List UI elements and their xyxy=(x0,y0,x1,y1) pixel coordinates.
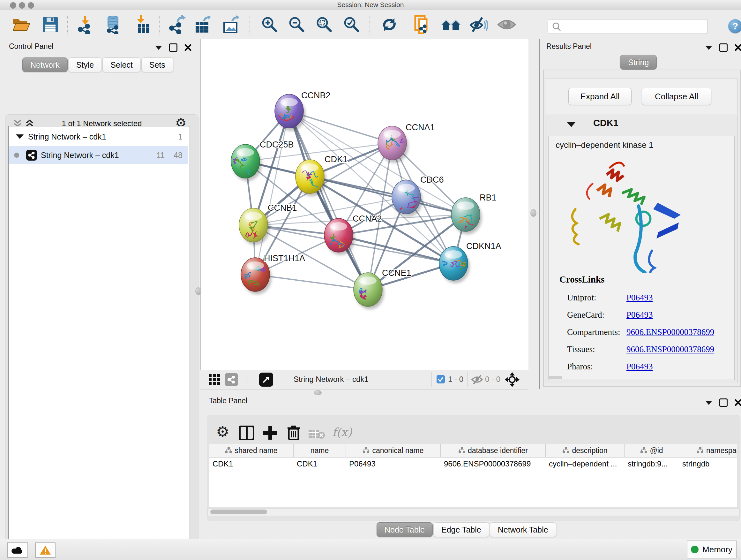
create-column-plus-icon[interactable] xyxy=(263,426,277,440)
control-panel-float-icon[interactable] xyxy=(169,44,178,52)
memory-button[interactable]: Memory xyxy=(687,541,737,558)
crosslink-link[interactable]: 9606.ENSP00000378699 xyxy=(626,345,714,354)
search-box[interactable] xyxy=(548,19,708,34)
network-overview-share-icon[interactable] xyxy=(225,373,238,386)
crosslink-link[interactable]: P06493 xyxy=(626,310,653,320)
import-network-database-icon[interactable] xyxy=(103,14,124,35)
right-splitter-grip[interactable] xyxy=(530,209,536,217)
edge-ccne1-hist1h1a[interactable] xyxy=(255,274,368,290)
tab-string[interactable]: String xyxy=(620,55,657,70)
zoom-out-icon[interactable] xyxy=(286,14,307,35)
fit-selected-crosshair-icon[interactable] xyxy=(504,372,520,388)
results-panel-title: Results Panel xyxy=(546,42,592,51)
table-panel-collapse-icon[interactable] xyxy=(705,401,712,405)
table-panel-close-icon[interactable] xyxy=(735,399,741,406)
column-label: shared name xyxy=(234,446,277,455)
warnings-button[interactable] xyxy=(35,543,56,558)
network-canvas[interactable]: CCNB2CCNA1CDC25BCDK1CDC6RB1CCNB1CCNA2CDK… xyxy=(200,39,529,370)
tab-sets[interactable]: Sets xyxy=(141,57,173,72)
table-scrollbar-thumb[interactable] xyxy=(210,509,267,514)
clone-network-icon[interactable] xyxy=(413,14,434,35)
export-table-icon[interactable] xyxy=(192,14,212,35)
detach-view-icon[interactable] xyxy=(259,373,273,387)
import-network-file-icon[interactable] xyxy=(75,14,96,35)
table-cell[interactable]: cyclin–dependent ... xyxy=(546,457,624,470)
network-row-selected[interactable]: String Network – cdk1 11 48 xyxy=(9,146,188,164)
table-row[interactable]: CDK1CDK1P064939606.ENSP00000378699cyclin… xyxy=(209,457,737,470)
crosslink-link[interactable]: 9606.ENSP00000378699 xyxy=(626,327,714,337)
table-cell[interactable]: stringdb xyxy=(679,457,737,470)
home-panel-icon[interactable] xyxy=(441,14,461,35)
node-label-CDK1: CDK1 xyxy=(325,154,347,164)
column-header-namespace[interactable]: namespace xyxy=(679,444,737,457)
results-panel-close-icon[interactable] xyxy=(735,44,741,51)
show-all-eye-icon[interactable] xyxy=(496,14,517,35)
table-cell[interactable]: CDK1 xyxy=(293,457,346,470)
window-title: Session: New Session xyxy=(0,1,741,9)
memory-status-icon xyxy=(691,546,698,553)
tab-network-table[interactable]: Network Table xyxy=(490,522,556,537)
tab-network[interactable]: Network xyxy=(22,57,68,72)
hide-selected-eye-icon[interactable] xyxy=(468,14,489,35)
tab-node-table[interactable]: Node Table xyxy=(377,522,433,537)
protein-section-expander-icon[interactable] xyxy=(567,122,576,127)
column-label: name xyxy=(311,446,329,455)
birds-eye-grid-icon[interactable] xyxy=(209,374,221,386)
results-splitter[interactable] xyxy=(539,39,540,389)
tree-expander-icon[interactable] xyxy=(16,134,23,139)
search-input[interactable] xyxy=(564,20,708,33)
control-panel-collapse-icon[interactable] xyxy=(155,46,162,50)
hidden-eye-slash-icon xyxy=(471,374,484,385)
crosslink-row: Compartments:9606.ENSP00000378699 xyxy=(567,323,730,341)
tab-select[interactable]: Select xyxy=(103,57,140,72)
column-header-description[interactable]: description xyxy=(546,444,624,457)
table-settings-gear-icon[interactable]: ⚙ xyxy=(216,424,229,439)
export-image-icon[interactable] xyxy=(220,14,241,35)
results-buttons-box: Expand All Collapse All xyxy=(545,78,738,114)
results-panel-float-icon[interactable] xyxy=(719,44,728,52)
column-header-name[interactable]: name xyxy=(293,444,346,457)
zoom-in-icon[interactable] xyxy=(259,14,280,35)
crosslink-link[interactable]: P06493 xyxy=(626,362,653,372)
table-horizontal-scrollbar[interactable] xyxy=(207,508,740,516)
table-cell[interactable]: CDK1 xyxy=(209,457,293,470)
import-table-file-icon[interactable] xyxy=(132,14,153,35)
network-collection-row[interactable]: String Network – cdk1 1 xyxy=(9,128,188,145)
results-hscroll-stub[interactable] xyxy=(549,376,562,379)
column-type-icon xyxy=(458,446,465,455)
crosslink-label: Uniprot: xyxy=(567,293,626,303)
node-label-CCNA2: CCNA2 xyxy=(353,214,382,224)
crosslink-link[interactable]: P06493 xyxy=(626,293,653,303)
results-panel-collapse-icon[interactable] xyxy=(705,46,712,50)
control-panel-close-icon[interactable] xyxy=(185,44,192,51)
table-panel-float-icon[interactable] xyxy=(719,398,728,407)
selected-checkbox-icon[interactable] xyxy=(436,375,445,383)
collapse-all-button[interactable]: Collapse All xyxy=(642,88,711,105)
column-header-@id[interactable]: @id xyxy=(624,444,679,457)
left-splitter-grip[interactable] xyxy=(195,287,201,295)
help-button[interactable]: ? xyxy=(728,19,741,33)
edge-ccnb2-hist1h1a[interactable] xyxy=(255,111,289,274)
table-body: CDK1CDK1P064939606.ENSP00000378699cyclin… xyxy=(209,457,737,470)
tab-edge-table[interactable]: Edge Table xyxy=(433,522,489,537)
zoom-selected-icon[interactable] xyxy=(341,14,362,35)
show-column-icon[interactable] xyxy=(239,426,254,440)
node-label-CCNE1: CCNE1 xyxy=(382,268,411,278)
column-header-canonical-name[interactable]: canonical name xyxy=(346,444,441,457)
table-cell[interactable]: P06493 xyxy=(346,457,441,470)
column-header-shared-name[interactable]: shared name xyxy=(209,444,293,457)
zoom-fit-icon[interactable] xyxy=(314,14,335,35)
column-header-database-identifier[interactable]: database identifier xyxy=(441,444,546,457)
save-session-icon[interactable] xyxy=(40,14,61,35)
table-cell[interactable]: 9606.ENSP00000378699 xyxy=(441,457,546,470)
expand-all-button[interactable]: Expand All xyxy=(568,88,631,105)
open-session-icon[interactable] xyxy=(10,14,31,35)
bottom-splitter-grip[interactable] xyxy=(314,390,322,395)
tab-style[interactable]: Style xyxy=(68,57,102,72)
node-label-CCNA1: CCNA1 xyxy=(406,123,435,132)
table-cell[interactable]: stringdb:9... xyxy=(624,457,679,470)
export-network-icon[interactable] xyxy=(166,14,187,35)
refresh-icon[interactable] xyxy=(379,14,400,35)
delete-column-trash-icon[interactable] xyxy=(287,425,300,440)
cloud-button[interactable] xyxy=(7,543,28,558)
